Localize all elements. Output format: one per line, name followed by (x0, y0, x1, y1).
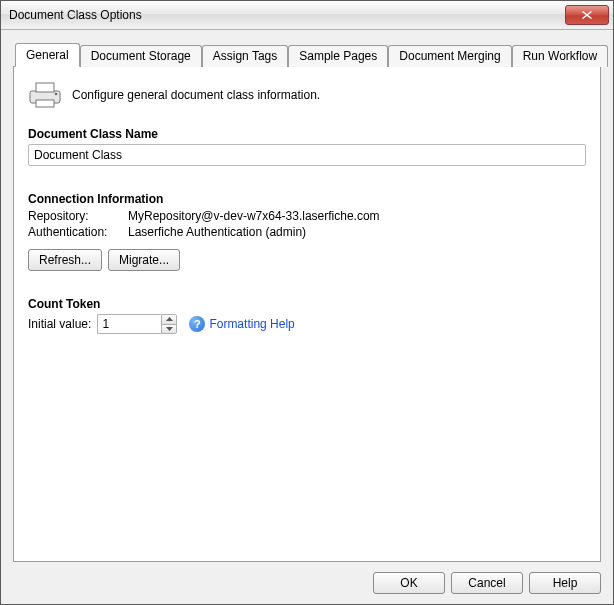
formatting-help-label: Formatting Help (209, 317, 294, 331)
doc-class-name-input[interactable] (28, 144, 586, 166)
client-area: General Document Storage Assign Tags Sam… (1, 30, 613, 604)
formatting-help-link[interactable]: ? Formatting Help (189, 316, 294, 332)
repository-row: Repository: MyRepository@v-dev-w7x64-33.… (28, 209, 586, 223)
close-icon (582, 11, 592, 19)
printer-icon (28, 81, 62, 109)
tab-label: Sample Pages (299, 49, 377, 63)
count-token-heading: Count Token (28, 297, 586, 311)
authentication-value: Laserfiche Authentication (admin) (128, 225, 306, 239)
help-icon: ? (189, 316, 205, 332)
spinner-up-button[interactable] (162, 315, 176, 324)
cancel-button[interactable]: Cancel (451, 572, 523, 594)
tab-general[interactable]: General (15, 43, 80, 67)
tab-panel-general: Configure general document class informa… (13, 66, 601, 562)
repository-value: MyRepository@v-dev-w7x64-33.laserfiche.c… (128, 209, 380, 223)
close-button[interactable] (565, 5, 609, 25)
window-title: Document Class Options (9, 8, 565, 22)
tab-label: Document Merging (399, 49, 500, 63)
chevron-down-icon (166, 327, 173, 331)
count-token-row: Initial value: (28, 314, 586, 334)
intro-text: Configure general document class informa… (72, 88, 320, 102)
titlebar: Document Class Options (1, 1, 613, 30)
tabs-container: General Document Storage Assign Tags Sam… (13, 42, 601, 562)
authentication-label: Authentication: (28, 225, 128, 239)
tab-run-workflow[interactable]: Run Workflow (512, 45, 608, 67)
tab-label: Document Storage (91, 49, 191, 63)
tab-sample-pages[interactable]: Sample Pages (288, 45, 388, 67)
spinner-down-button[interactable] (162, 324, 176, 334)
initial-value-input[interactable] (97, 314, 161, 334)
tab-document-merging[interactable]: Document Merging (388, 45, 511, 67)
authentication-row: Authentication: Laserfiche Authenticatio… (28, 225, 586, 239)
initial-value-label: Initial value: (28, 317, 91, 331)
connection-section: Connection Information Repository: MyRep… (28, 192, 586, 271)
ok-button[interactable]: OK (373, 572, 445, 594)
tab-strip: General Document Storage Assign Tags Sam… (15, 42, 601, 66)
repository-label: Repository: (28, 209, 128, 223)
migrate-button[interactable]: Migrate... (108, 249, 180, 271)
connection-heading: Connection Information (28, 192, 586, 206)
spinner-arrows (161, 314, 177, 334)
svg-rect-2 (36, 100, 54, 107)
tab-assign-tags[interactable]: Assign Tags (202, 45, 288, 67)
chevron-up-icon (166, 317, 173, 321)
svg-point-3 (55, 93, 58, 96)
initial-value-spinner (97, 314, 177, 334)
connection-buttons: Refresh... Migrate... (28, 249, 586, 271)
tab-label: Assign Tags (213, 49, 277, 63)
dialog-footer: OK Cancel Help (13, 562, 601, 594)
tab-label: Run Workflow (523, 49, 597, 63)
refresh-button[interactable]: Refresh... (28, 249, 102, 271)
intro-row: Configure general document class informa… (28, 81, 586, 109)
tab-label: General (26, 48, 69, 62)
dialog-window: Document Class Options General Document … (0, 0, 614, 605)
help-button[interactable]: Help (529, 572, 601, 594)
count-token-section: Count Token Initial value: (28, 297, 586, 334)
svg-rect-1 (36, 83, 54, 92)
doc-class-heading: Document Class Name (28, 127, 586, 141)
doc-class-section: Document Class Name (28, 127, 586, 166)
tab-document-storage[interactable]: Document Storage (80, 45, 202, 67)
